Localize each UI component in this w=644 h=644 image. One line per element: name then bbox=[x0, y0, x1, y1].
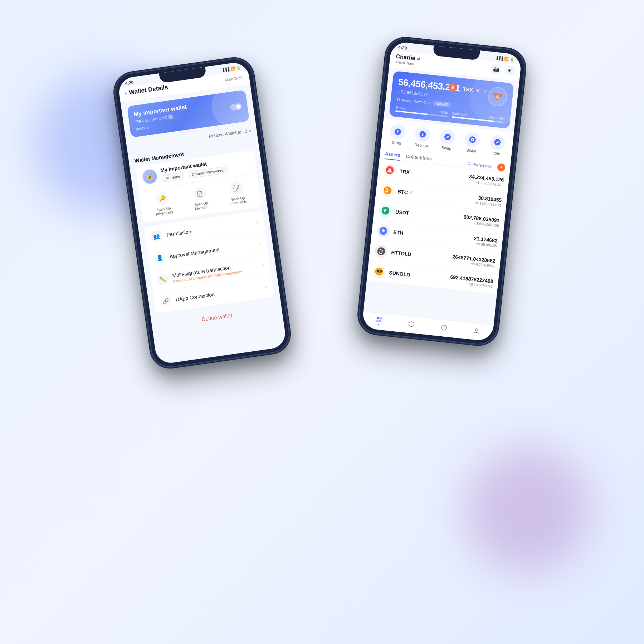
left-screen: 4:20 ▐▐▐ 📶 🔋 ‹ Wallet Details MainChain … bbox=[117, 61, 287, 365]
assets-nav-icon bbox=[375, 316, 383, 324]
usdt-symbol: USDT bbox=[395, 209, 410, 216]
user-info: Charlie ⇄ MainChain bbox=[395, 53, 421, 67]
svg-text:😎: 😎 bbox=[376, 268, 384, 275]
wallet-switch-icon[interactable]: ⇄ bbox=[416, 56, 420, 62]
qr-button[interactable]: ⊞ bbox=[504, 65, 515, 76]
approval-chevron: › bbox=[259, 240, 262, 247]
swap-icon bbox=[439, 129, 456, 145]
back-arrow-icon[interactable]: ‹ bbox=[125, 90, 127, 97]
signal-icon-r: ▐▐▐ bbox=[495, 55, 503, 60]
status-icons-right: ▐▐▐ 📶 🔋 bbox=[495, 55, 514, 62]
eth-symbol: ETH bbox=[393, 229, 404, 236]
expand-icon[interactable]: ↗ bbox=[483, 88, 488, 94]
keystore-icon: 📋 bbox=[192, 186, 207, 201]
dapp-icon: 🔗 bbox=[159, 294, 172, 307]
mnemonic-icon: 📝 bbox=[229, 181, 244, 196]
stake-icon bbox=[464, 131, 481, 148]
trx-symbol: TRX bbox=[399, 168, 410, 175]
copy-addr-icon[interactable]: ⎘ bbox=[428, 101, 431, 105]
action-send[interactable]: Send bbox=[389, 123, 406, 146]
svg-point-25 bbox=[475, 328, 478, 331]
signal-icon: ▐▐▐ bbox=[221, 67, 230, 72]
action-swap[interactable]: Swap bbox=[439, 129, 456, 151]
preference-label: Preference bbox=[472, 162, 492, 169]
svg-rect-20 bbox=[376, 317, 379, 319]
svg-point-17 bbox=[377, 247, 386, 255]
permission-chevron: › bbox=[256, 219, 259, 226]
scan-button[interactable]: 📷 bbox=[491, 64, 502, 75]
svg-point-7 bbox=[494, 139, 501, 146]
volume-button-right bbox=[381, 72, 384, 90]
usdt-icon: ₮ bbox=[379, 204, 393, 218]
wifi-icon: 📶 bbox=[230, 66, 235, 71]
nav-collections[interactable] bbox=[408, 320, 415, 328]
approval-label: Approval Management bbox=[169, 247, 220, 259]
header-actions: 📷 ⊞ bbox=[491, 64, 515, 76]
sunold-icon: 😎 bbox=[372, 264, 386, 279]
eth-amounts: 21.174682 ≈$ 85,885.35 bbox=[473, 235, 498, 248]
send-icon bbox=[390, 123, 406, 140]
multisig-chevron: › bbox=[262, 262, 265, 269]
power-button bbox=[258, 106, 263, 131]
nav-assets[interactable] bbox=[375, 316, 383, 326]
dapp-chevron: › bbox=[265, 284, 268, 291]
bttold-icon bbox=[374, 244, 389, 258]
eth-icon bbox=[376, 224, 391, 238]
action-stake[interactable]: Stake bbox=[464, 131, 481, 153]
receive-icon bbox=[414, 126, 431, 142]
bandwidth-item: Bandwidth 4000/5000 bbox=[452, 112, 505, 123]
btc-icon: ₿ bbox=[381, 183, 395, 197]
backup-private-key[interactable]: 🔑 Back Upprivate key bbox=[153, 191, 174, 216]
menu-items-group: 👥 Permission › 👤 Approval Management › ✏… bbox=[144, 211, 274, 313]
toggle-button[interactable] bbox=[230, 103, 242, 111]
tab-assets[interactable]: Assets bbox=[385, 151, 401, 161]
backup-keystore-label: Back Upkeystore bbox=[194, 201, 209, 211]
multisig-icon: ✏️ bbox=[156, 273, 169, 286]
vote-icon bbox=[489, 134, 506, 150]
wallet-addr: THPwer...5wtfYC bbox=[396, 97, 427, 105]
volume-button bbox=[116, 111, 120, 129]
copy-icon[interactable] bbox=[168, 114, 173, 119]
history-nav-icon bbox=[440, 324, 448, 332]
wifi-icon-r: 📶 bbox=[504, 57, 509, 61]
sunold-symbol: SUNOLD bbox=[389, 270, 410, 278]
permission-label: Permission bbox=[166, 229, 191, 238]
battery-icon-r: 🔋 bbox=[510, 57, 514, 61]
battery-icon: 🔋 bbox=[236, 65, 241, 70]
bttold-symbol: BTTOLD bbox=[391, 249, 412, 257]
btc-symbol: BTC ✓ bbox=[397, 189, 413, 196]
balance-card: 56,456,453.221 TRX 👁 ↗ ≈ $3,951,951.71 T… bbox=[389, 71, 514, 129]
sort-icon: ⇅ bbox=[468, 161, 471, 166]
add-asset-button[interactable]: + bbox=[497, 163, 506, 171]
action-vote[interactable]: Vote bbox=[488, 134, 506, 156]
btc-verified-icon: ✓ bbox=[409, 190, 413, 196]
nav-profile[interactable] bbox=[473, 327, 480, 335]
approval-icon: 👤 bbox=[153, 252, 166, 264]
svg-rect-21 bbox=[379, 317, 382, 320]
dapp-label: DApp Connection bbox=[175, 291, 215, 302]
energy-item: Energy 37/60 bbox=[395, 106, 448, 117]
active-nav-dot bbox=[378, 324, 379, 325]
permission-icon: 👥 bbox=[150, 230, 163, 243]
non-hd-badge: Non-HD bbox=[433, 101, 452, 108]
svg-rect-23 bbox=[379, 320, 382, 323]
phones-container: 4:20 ▐▐▐ 📶 🔋 ‹ Wallet Details MainChain … bbox=[125, 36, 519, 608]
vote-label: Vote bbox=[492, 151, 500, 156]
balance-currency: TRX bbox=[463, 86, 473, 93]
wallet-avatar: 💰 bbox=[142, 169, 158, 185]
backup-mnemonic-label: Back Upmnemonic bbox=[230, 195, 247, 205]
preference-button[interactable]: ⇅ Preference bbox=[468, 161, 492, 169]
phone-right: 4:20 ▐▐▐ 📶 🔋 Charlie ⇄ MainChain bbox=[357, 36, 527, 346]
btc-amounts: 30.810455 ≈$ 1555,934.813 bbox=[474, 195, 502, 208]
backup-mnemonic[interactable]: 📝 Back Upmnemonic bbox=[228, 181, 247, 206]
receive-label: Receive bbox=[414, 142, 429, 148]
eye-icon[interactable]: 👁 bbox=[475, 87, 481, 93]
backup-keystore[interactable]: 📋 Back Upkeystore bbox=[192, 186, 209, 211]
send-label: Send bbox=[392, 140, 401, 146]
private-key-icon: 🔑 bbox=[155, 191, 170, 206]
nav-history[interactable] bbox=[440, 324, 448, 332]
phone-left: 4:20 ▐▐▐ 📶 🔋 ‹ Wallet Details MainChain … bbox=[112, 56, 292, 370]
energy-row: Energy 37/60 Bandwidth 4000/5000 bbox=[395, 106, 505, 123]
rename-button[interactable]: Rename bbox=[161, 172, 185, 182]
action-receive[interactable]: Receive bbox=[414, 126, 431, 148]
